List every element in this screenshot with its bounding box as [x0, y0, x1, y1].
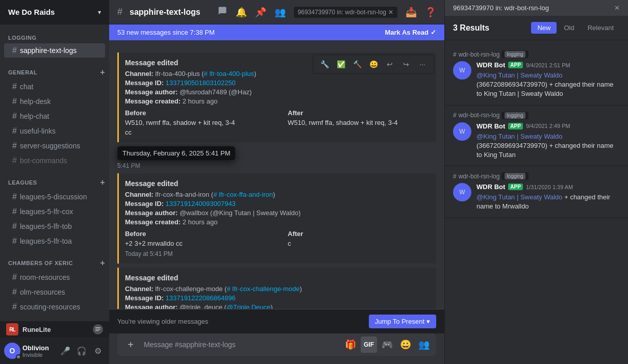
channel-item-room-resources[interactable]: # room-resources [4, 270, 105, 284]
result-channel-1: # wdr-bot-rsn-log logging [453, 50, 620, 58]
search-close-icon[interactable]: ✕ [388, 9, 393, 16]
message-field-msgid-3: Message ID: 1337191222086864896 [125, 294, 430, 302]
avatar-initials: O [10, 347, 15, 355]
message-id-link-1[interactable]: 1337190501803102250 [165, 79, 235, 87]
message-wrapper-1: Message edited Channel: lfr-toa-400-plus… [109, 53, 444, 142]
stickers-button[interactable]: 🎮 [379, 336, 395, 353]
headset-button[interactable]: 🎧 [74, 344, 89, 358]
search-result-2[interactable]: # wdr-bot-rsn-log logging W WDR Bot APP … [445, 106, 628, 167]
channel-item-help-desk[interactable]: # help-desk [4, 94, 105, 109]
channel-item-leagues-5-lfr-tob[interactable]: # leagues-5-lfr-tob [4, 219, 105, 233]
channel-item-help-chat[interactable]: # help-chat [4, 109, 105, 123]
result-meta-1: W WDR Bot APP 9/4/2021 2:51 PM @King Tut… [453, 61, 620, 99]
hash-icon: # [12, 46, 17, 55]
inbox-icon[interactable]: 📥 [406, 7, 417, 18]
help-icon[interactable]: ❓ [425, 7, 436, 18]
mark-as-read-button[interactable]: Mark As Read ✓ [385, 29, 437, 36]
channel-name-label: server-suggestions [20, 142, 101, 150]
action-more[interactable]: ··· [415, 57, 430, 71]
action-forward[interactable]: ↪ [399, 57, 413, 71]
result-text-2: @King Tutan | Sweaty Waldo (366720896934… [476, 132, 620, 160]
channel-item-leagues-5-lfr-cox[interactable]: # leagues-5-lfr-cox [4, 204, 105, 219]
result-header-3: WDR Bot APP 1/31/2020 1:39 AM [476, 183, 620, 191]
section-header-logging[interactable]: LOGGING [0, 33, 109, 43]
channel-item-sapphire-text-logs[interactable]: # sapphire-text-logs 👤 [4, 43, 105, 58]
message-id-link-3[interactable]: 1337191222086864896 [165, 294, 235, 302]
hash-icon: # [12, 237, 17, 246]
action-emoji[interactable]: 😀 [366, 57, 381, 71]
channel-item-useful-links[interactable]: # useful-links [4, 124, 105, 138]
result-avatar-3: W [453, 183, 471, 201]
message-input[interactable] [142, 335, 340, 354]
channel-name-label: room-resources [20, 273, 101, 281]
add-channel-icon[interactable]: + [100, 68, 105, 77]
server-chevron-icon: ▾ [98, 9, 101, 16]
section-label-leagues: LEAGUES [8, 179, 37, 186]
channel-item-leagues-5-lfr-toa[interactable]: # leagues-5-lfr-toa [4, 234, 105, 248]
sidebar-content: LOGGING # sapphire-text-logs 👤 GENERAL +… [0, 24, 109, 321]
hash-icon: # [453, 173, 457, 180]
before-after-1: Before W510, rwmf ffa, shadow + kit req,… [125, 109, 430, 126]
section-header-chambers[interactable]: CHAMBERS OF XERIC + [0, 256, 109, 270]
section-label-logging: LOGGING [8, 35, 36, 41]
result-timestamp-1: 9/4/2021 2:51 PM [526, 62, 570, 68]
microphone-button[interactable]: 🎤 [58, 344, 72, 358]
jump-to-present-button[interactable]: Jump To Present ▾ [369, 315, 436, 328]
channel-item-scouting-resources[interactable]: # scouting-resources [4, 300, 105, 314]
user-area: O Oblivion Invisible 🎤 🎧 ⚙ [0, 337, 109, 364]
result-author-3: WDR Bot [476, 183, 505, 191]
channel-link-1[interactable]: # lfr-toa-400-plus [204, 70, 254, 77]
action-reply[interactable]: ↩ [383, 57, 397, 71]
result-body-1: WDR Bot APP 9/4/2021 2:51 PM @King Tutan… [476, 61, 620, 99]
server-header[interactable]: We Do Raids ▾ [0, 0, 109, 24]
hash-icon: # [12, 192, 17, 201]
channel-link-2[interactable]: # lfr-cox-ffa-and-iron [213, 191, 273, 198]
search-result-1[interactable]: # wdr-bot-rsn-log logging W WDR Bot APP … [445, 44, 628, 106]
gift-button[interactable]: 🎁 [342, 336, 359, 353]
add-channel-chambers-icon[interactable]: + [100, 258, 105, 268]
channel-item-bot-commands[interactable]: # bot-commands [4, 153, 105, 168]
pin-icon[interactable]: 📌 [255, 7, 266, 18]
section-header-general[interactable]: GENERAL + [0, 66, 109, 79]
section-label-general: GENERAL [8, 69, 37, 75]
result-header-2: WDR Bot APP 9/4/2021 2:49 PM [476, 122, 620, 130]
message-timestamp-2: Today at 5:41 PM [125, 250, 430, 257]
search-result-3[interactable]: # wdr-bot-rsn-log logging W WDR Bot APP … [445, 166, 628, 218]
action-wrench[interactable]: 🔧 [317, 57, 332, 71]
channel-item-server-suggestions[interactable]: # server-suggestions [4, 139, 105, 153]
messages-area[interactable]: Message edited Channel: lfr-toa-400-plus… [109, 40, 444, 309]
tab-relevant[interactable]: Relevant [582, 22, 620, 34]
threads-icon[interactable] [217, 6, 228, 18]
action-check[interactable]: ✅ [334, 57, 348, 71]
message-field-msgid-2: Message ID: 1337191240093007943 [125, 200, 430, 207]
section-header-leagues[interactable]: LEAGUES + [0, 176, 109, 189]
before-col-2: Before +2 3+2 mrwalldo cc [125, 230, 267, 247]
channel-name-label: leagues-5-lfr-cox [20, 207, 101, 216]
section-label-chambers: CHAMBERS OF XERIC [8, 260, 73, 266]
tab-old[interactable]: Old [558, 22, 580, 34]
channel-item-chat[interactable]: # chat [4, 80, 105, 94]
tab-new[interactable]: New [531, 22, 557, 34]
emoji-button[interactable]: 😀 [397, 336, 414, 353]
notification-icon[interactable]: 🔔 [236, 7, 247, 18]
apps-button[interactable]: 👥 [416, 336, 432, 353]
message-id-link-2[interactable]: 1337191240093007943 [165, 200, 235, 207]
hover-actions-1: 🔧 ✅ 🔨 😀 ↩ ↪ ··· [313, 55, 434, 74]
author-link-3[interactable]: @Triple Deuce [227, 303, 270, 309]
hash-icon: # [453, 51, 457, 58]
channel-link-3[interactable]: # lfr-cox-challenge-mode [227, 285, 299, 293]
gif-button[interactable]: GIF [361, 336, 377, 353]
search-close-button[interactable]: ✕ [614, 4, 620, 12]
search-bar[interactable]: 96934739970 in: wdr-bot-rsn-log ✕ [294, 7, 397, 18]
add-channel-leagues-icon[interactable]: + [100, 178, 105, 187]
runelite-bar[interactable]: RL RuneLite [0, 321, 109, 337]
channel-item-olm-resources[interactable]: # olm-resources [4, 285, 105, 299]
channel-item-leagues-5-discussion[interactable]: # leagues-5-discussion [4, 190, 105, 204]
settings-button[interactable]: ⚙ [91, 344, 105, 358]
runelite-badge [93, 324, 103, 334]
action-hammer[interactable]: 🔨 [350, 57, 364, 71]
members-icon[interactable]: 👥 [274, 7, 286, 18]
input-actions: 🎁 GIF 🎮 😀 👥 [342, 336, 432, 353]
attach-button[interactable]: + [121, 333, 140, 356]
message-inner-2: Message edited Channel: lfr-cox-ffa-and-… [119, 175, 436, 262]
